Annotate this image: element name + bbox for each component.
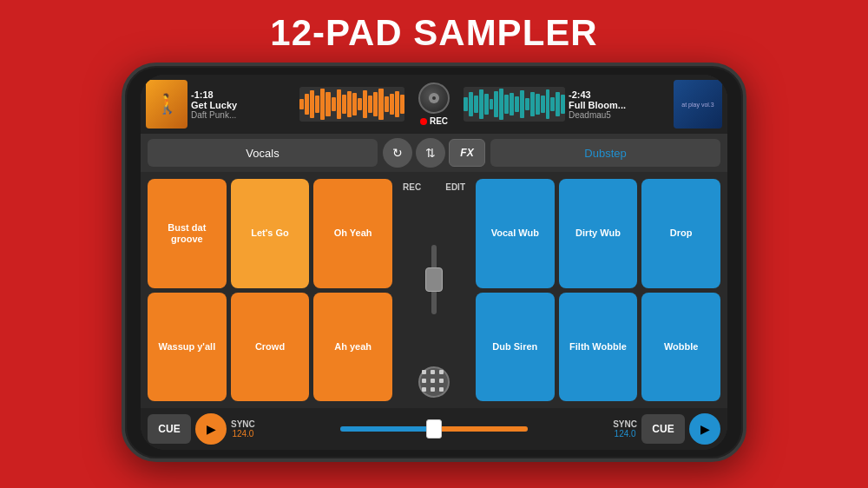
pad-right-4[interactable]: Filth Wobble (559, 293, 638, 402)
pad-right-1[interactable]: Dirty Wub (559, 179, 638, 288)
left-play-btn[interactable]: ▶ (195, 413, 227, 445)
right-track-info: -2:43 Full Bloom... Deadmau5 (569, 89, 670, 120)
crossfader-track[interactable] (340, 426, 528, 432)
left-sync-block: SYNC 124.0 (231, 419, 255, 439)
grid-dots (422, 370, 446, 394)
vinyl-disc (418, 82, 450, 114)
rec-edit-labels: REC EDIT (399, 182, 469, 192)
pad-right-5[interactable]: Wobble (641, 293, 720, 402)
left-category-btn[interactable]: Vocals (148, 139, 378, 167)
pad-right-2[interactable]: Drop (641, 179, 720, 288)
pad-left-4[interactable]: Crowd (231, 293, 310, 402)
pad-left-2[interactable]: Oh Yeah (313, 179, 392, 288)
bottom-left: CUE ▶ SYNC 124.0 (148, 413, 335, 445)
left-track: 🚶 -1:18 Get Lucky Daft Punk... (146, 80, 404, 129)
right-track: -2:43 Full Bloom... Deadmau5 at play vol… (464, 80, 722, 129)
bottom-right: SYNC 124.0 CUE ▶ (533, 413, 720, 445)
pad-left-1[interactable]: Let's Go (231, 179, 310, 288)
left-timer: -1:18 (191, 89, 296, 100)
rec-label: REC (403, 182, 421, 192)
left-sync-label: SYNC (231, 419, 255, 429)
right-category-btn[interactable]: Dubstep (490, 139, 720, 167)
right-play-btn[interactable]: ▶ (689, 413, 720, 445)
rec-text: REC (430, 116, 448, 126)
left-art-icon: 🚶 (155, 93, 179, 115)
loop-btn[interactable]: ↻ (383, 138, 412, 168)
page-title: 12-PAD SAMPLER (270, 12, 597, 54)
fader-track[interactable] (431, 245, 437, 314)
pad-right-0[interactable]: Vocal Wub (476, 179, 555, 288)
left-track-name: Get Lucky (191, 100, 296, 110)
right-cue-btn[interactable]: CUE (641, 414, 685, 444)
right-art-label: at play vol.3 (680, 100, 715, 109)
left-waveform (299, 87, 404, 122)
fader-thumb[interactable] (425, 267, 443, 292)
left-pad-section: Bust dat groove Let's Go Oh Yeah Wassup … (148, 179, 392, 401)
rec-indicator: REC (420, 116, 448, 126)
crossfader-handle[interactable] (426, 419, 442, 439)
left-cue-btn[interactable]: CUE (148, 414, 191, 444)
right-sync-block: SYNC 124.0 (613, 419, 637, 439)
center-fader: REC EDIT (399, 179, 469, 401)
page-background: 12-PAD SAMPLER 🚶 -1:18 Get Lucky Daft Pu… (0, 0, 868, 488)
eq-btn[interactable]: ⇅ (416, 138, 445, 168)
left-artist: Daft Punk... (191, 110, 296, 120)
left-album-art: 🚶 (146, 80, 187, 129)
edit-label: EDIT (445, 182, 465, 192)
crossfader-section (340, 426, 528, 432)
right-waveform (464, 87, 565, 122)
right-timer: -2:43 (569, 89, 670, 100)
pad-area: Bust dat groove Let's Go Oh Yeah Wassup … (141, 172, 727, 408)
right-bpm: 124.0 (615, 429, 636, 439)
phone-container: 🚶 -1:18 Get Lucky Daft Punk... (122, 63, 746, 462)
side-button (122, 170, 125, 196)
right-track-name: Full Bloom... (569, 100, 670, 110)
right-album-art: at play vol.3 (674, 80, 722, 129)
phone-screen: 🚶 -1:18 Get Lucky Daft Punk... (141, 75, 727, 450)
pad-right-3[interactable]: Dub Siren (476, 293, 555, 402)
phone-frame: 🚶 -1:18 Get Lucky Daft Punk... (122, 63, 746, 462)
bottom-bar: CUE ▶ SYNC 124.0 (141, 408, 727, 450)
fx-btn[interactable]: FX (449, 139, 485, 167)
right-artist: Deadmau5 (569, 110, 670, 120)
rec-dot (420, 118, 427, 125)
center-btns: ↻ ⇅ FX (383, 138, 485, 168)
right-pad-section: Vocal Wub Dirty Wub Drop Dub Siren Filth… (476, 179, 720, 401)
top-bar: 🚶 -1:18 Get Lucky Daft Punk... (141, 75, 727, 134)
grid-icon-btn[interactable] (418, 366, 450, 398)
controls-row: Vocals ↻ ⇅ FX Dubstep (141, 134, 727, 172)
pad-left-3[interactable]: Wassup y'all (148, 293, 227, 402)
pad-left-5[interactable]: Ah yeah (313, 293, 392, 402)
left-track-info: -1:18 Get Lucky Daft Punk... (191, 89, 296, 120)
pad-left-0[interactable]: Bust dat groove (148, 179, 227, 288)
center-top-controls: REC (408, 82, 460, 126)
left-bpm: 124.0 (232, 429, 253, 439)
right-sync-label: SYNC (613, 419, 637, 429)
